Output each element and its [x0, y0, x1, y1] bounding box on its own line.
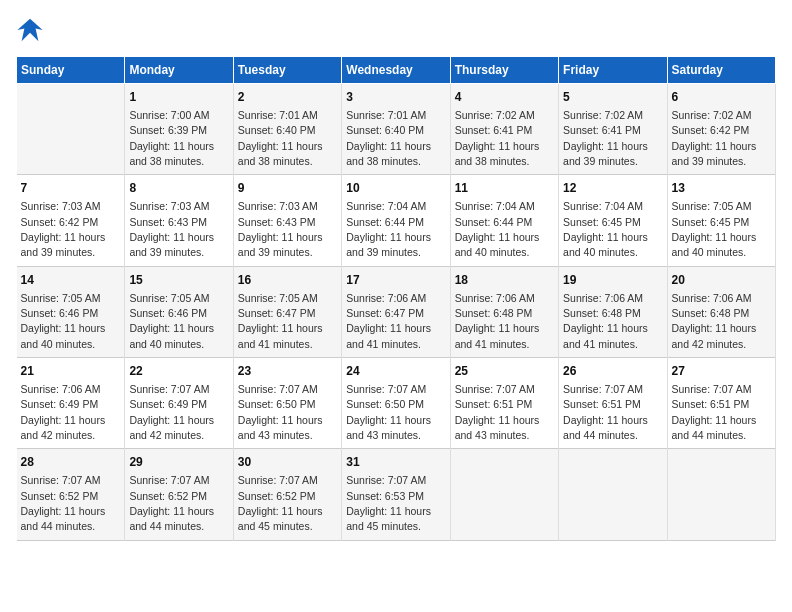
week-row-2: 7Sunrise: 7:03 AMSunset: 6:42 PMDaylight…: [17, 175, 776, 266]
day-cell: 23Sunrise: 7:07 AMSunset: 6:50 PMDayligh…: [233, 358, 341, 449]
column-header-sunday: Sunday: [17, 57, 125, 84]
day-sunset: Sunset: 6:50 PM: [238, 398, 316, 410]
day-cell: 15Sunrise: 7:05 AMSunset: 6:46 PMDayligh…: [125, 266, 233, 357]
day-number: 27: [672, 363, 771, 380]
day-sunrise: Sunrise: 7:02 AM: [455, 109, 535, 121]
day-daylight: Daylight: 11 hours and 45 minutes.: [346, 505, 431, 532]
day-sunset: Sunset: 6:45 PM: [563, 216, 641, 228]
day-number: 28: [21, 454, 121, 471]
day-number: 12: [563, 180, 662, 197]
day-number: 8: [129, 180, 228, 197]
day-number: 30: [238, 454, 337, 471]
day-daylight: Daylight: 11 hours and 39 minutes.: [129, 231, 214, 258]
day-sunrise: Sunrise: 7:03 AM: [129, 200, 209, 212]
column-header-thursday: Thursday: [450, 57, 558, 84]
day-sunset: Sunset: 6:48 PM: [455, 307, 533, 319]
day-cell: 9Sunrise: 7:03 AMSunset: 6:43 PMDaylight…: [233, 175, 341, 266]
day-sunrise: Sunrise: 7:07 AM: [672, 383, 752, 395]
day-sunset: Sunset: 6:48 PM: [563, 307, 641, 319]
day-number: 10: [346, 180, 445, 197]
day-sunset: Sunset: 6:40 PM: [238, 124, 316, 136]
day-cell: 19Sunrise: 7:06 AMSunset: 6:48 PMDayligh…: [559, 266, 667, 357]
day-sunset: Sunset: 6:51 PM: [563, 398, 641, 410]
day-daylight: Daylight: 11 hours and 39 minutes.: [21, 231, 106, 258]
calendar-table: SundayMondayTuesdayWednesdayThursdayFrid…: [16, 56, 776, 541]
day-sunrise: Sunrise: 7:05 AM: [21, 292, 101, 304]
day-number: 21: [21, 363, 121, 380]
day-daylight: Daylight: 11 hours and 40 minutes.: [563, 231, 648, 258]
logo-icon: [16, 16, 44, 44]
day-daylight: Daylight: 11 hours and 44 minutes.: [672, 414, 757, 441]
day-sunset: Sunset: 6:50 PM: [346, 398, 424, 410]
day-number: 17: [346, 272, 445, 289]
day-daylight: Daylight: 11 hours and 40 minutes.: [455, 231, 540, 258]
day-cell: 18Sunrise: 7:06 AMSunset: 6:48 PMDayligh…: [450, 266, 558, 357]
week-row-5: 28Sunrise: 7:07 AMSunset: 6:52 PMDayligh…: [17, 449, 776, 540]
day-sunrise: Sunrise: 7:05 AM: [238, 292, 318, 304]
day-cell: 12Sunrise: 7:04 AMSunset: 6:45 PMDayligh…: [559, 175, 667, 266]
day-sunrise: Sunrise: 7:05 AM: [672, 200, 752, 212]
day-cell: 3Sunrise: 7:01 AMSunset: 6:40 PMDaylight…: [342, 84, 450, 175]
day-sunset: Sunset: 6:42 PM: [21, 216, 99, 228]
day-cell: 7Sunrise: 7:03 AMSunset: 6:42 PMDaylight…: [17, 175, 125, 266]
day-sunset: Sunset: 6:49 PM: [129, 398, 207, 410]
day-daylight: Daylight: 11 hours and 38 minutes.: [346, 140, 431, 167]
day-sunrise: Sunrise: 7:07 AM: [563, 383, 643, 395]
day-daylight: Daylight: 11 hours and 40 minutes.: [129, 322, 214, 349]
day-cell: 16Sunrise: 7:05 AMSunset: 6:47 PMDayligh…: [233, 266, 341, 357]
day-sunrise: Sunrise: 7:07 AM: [129, 383, 209, 395]
day-cell: 21Sunrise: 7:06 AMSunset: 6:49 PMDayligh…: [17, 358, 125, 449]
day-sunset: Sunset: 6:42 PM: [672, 124, 750, 136]
day-sunrise: Sunrise: 7:05 AM: [129, 292, 209, 304]
day-sunrise: Sunrise: 7:04 AM: [563, 200, 643, 212]
day-daylight: Daylight: 11 hours and 41 minutes.: [346, 322, 431, 349]
day-daylight: Daylight: 11 hours and 39 minutes.: [563, 140, 648, 167]
day-number: 7: [21, 180, 121, 197]
day-cell: 10Sunrise: 7:04 AMSunset: 6:44 PMDayligh…: [342, 175, 450, 266]
day-number: 31: [346, 454, 445, 471]
day-daylight: Daylight: 11 hours and 38 minutes.: [238, 140, 323, 167]
day-number: 14: [21, 272, 121, 289]
day-number: 5: [563, 89, 662, 106]
day-cell: 2Sunrise: 7:01 AMSunset: 6:40 PMDaylight…: [233, 84, 341, 175]
day-sunrise: Sunrise: 7:01 AM: [346, 109, 426, 121]
day-cell: 29Sunrise: 7:07 AMSunset: 6:52 PMDayligh…: [125, 449, 233, 540]
day-number: 11: [455, 180, 554, 197]
day-cell: 1Sunrise: 7:00 AMSunset: 6:39 PMDaylight…: [125, 84, 233, 175]
day-sunrise: Sunrise: 7:04 AM: [455, 200, 535, 212]
day-cell: 6Sunrise: 7:02 AMSunset: 6:42 PMDaylight…: [667, 84, 775, 175]
page-header: [16, 16, 776, 44]
day-sunrise: Sunrise: 7:03 AM: [238, 200, 318, 212]
day-sunset: Sunset: 6:39 PM: [129, 124, 207, 136]
day-cell: 4Sunrise: 7:02 AMSunset: 6:41 PMDaylight…: [450, 84, 558, 175]
day-sunset: Sunset: 6:45 PM: [672, 216, 750, 228]
day-cell: 22Sunrise: 7:07 AMSunset: 6:49 PMDayligh…: [125, 358, 233, 449]
day-daylight: Daylight: 11 hours and 41 minutes.: [238, 322, 323, 349]
day-daylight: Daylight: 11 hours and 42 minutes.: [129, 414, 214, 441]
day-daylight: Daylight: 11 hours and 43 minutes.: [455, 414, 540, 441]
day-sunset: Sunset: 6:46 PM: [21, 307, 99, 319]
day-daylight: Daylight: 11 hours and 41 minutes.: [455, 322, 540, 349]
day-number: 3: [346, 89, 445, 106]
column-header-tuesday: Tuesday: [233, 57, 341, 84]
day-number: 9: [238, 180, 337, 197]
day-sunset: Sunset: 6:48 PM: [672, 307, 750, 319]
logo: [16, 16, 48, 44]
day-daylight: Daylight: 11 hours and 38 minutes.: [455, 140, 540, 167]
day-sunrise: Sunrise: 7:07 AM: [346, 474, 426, 486]
day-daylight: Daylight: 11 hours and 43 minutes.: [238, 414, 323, 441]
day-cell: 5Sunrise: 7:02 AMSunset: 6:41 PMDaylight…: [559, 84, 667, 175]
day-cell: [450, 449, 558, 540]
day-sunset: Sunset: 6:46 PM: [129, 307, 207, 319]
day-daylight: Daylight: 11 hours and 41 minutes.: [563, 322, 648, 349]
column-header-saturday: Saturday: [667, 57, 775, 84]
day-sunrise: Sunrise: 7:03 AM: [21, 200, 101, 212]
column-header-wednesday: Wednesday: [342, 57, 450, 84]
day-number: 16: [238, 272, 337, 289]
day-sunrise: Sunrise: 7:00 AM: [129, 109, 209, 121]
day-sunrise: Sunrise: 7:06 AM: [672, 292, 752, 304]
day-daylight: Daylight: 11 hours and 43 minutes.: [346, 414, 431, 441]
day-sunset: Sunset: 6:43 PM: [129, 216, 207, 228]
day-sunrise: Sunrise: 7:07 AM: [129, 474, 209, 486]
day-number: 4: [455, 89, 554, 106]
